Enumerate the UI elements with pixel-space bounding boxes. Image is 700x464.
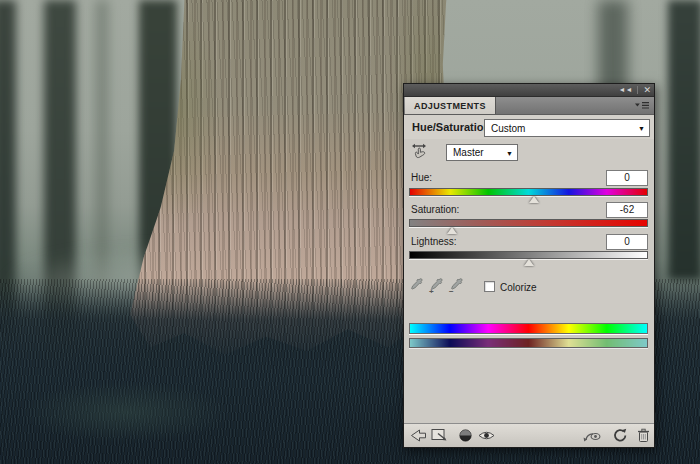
lightness-label: Lightness: xyxy=(411,236,457,247)
lightness-slider-track[interactable] xyxy=(409,251,648,259)
background-tree xyxy=(668,0,700,280)
titlebar-divider xyxy=(637,86,638,94)
panel-titlebar: ◄◄ ✕ xyxy=(404,84,654,97)
lightness-value-input[interactable]: 0 xyxy=(606,234,648,250)
collapse-panels-icon[interactable]: ◄◄ xyxy=(619,84,633,96)
hue-slider-track[interactable] xyxy=(409,188,648,196)
eyedropper-icon[interactable] xyxy=(410,277,426,295)
adjustments-panel: ◄◄ ✕ ADJUSTMENTS Hue/Saturation Custom ▼ xyxy=(403,83,655,448)
chevron-down-icon: ▼ xyxy=(638,125,645,132)
delete-adjustment-icon[interactable] xyxy=(637,428,650,443)
plus-glyph: + xyxy=(429,287,434,296)
saturation-slider-track[interactable] xyxy=(409,219,648,227)
subtract-from-sample-eyedropper-icon[interactable]: − xyxy=(450,277,466,295)
reset-adjustment-icon[interactable] xyxy=(612,428,627,443)
add-to-sample-eyedropper-icon[interactable]: + xyxy=(430,277,446,295)
colorize-label: Colorize xyxy=(500,282,537,293)
adjustment-header: Hue/Saturation Custom ▼ xyxy=(404,115,654,142)
hue-slider-thumb[interactable] xyxy=(529,196,539,203)
saturation-label: Saturation: xyxy=(411,204,459,215)
hue-label: Hue: xyxy=(411,172,432,183)
close-panel-icon[interactable]: ✕ xyxy=(643,84,651,96)
lightness-slider-thumb[interactable] xyxy=(524,259,534,266)
adjustment-controls: Master ▼ Hue: 0 Saturation: -62 Lightnes… xyxy=(404,139,654,424)
saturation-value-input[interactable]: -62 xyxy=(606,202,648,218)
saturation-slider-thumb[interactable] xyxy=(447,227,457,234)
adjustment-title: Hue/Saturation xyxy=(412,121,490,133)
channel-select-value: Master xyxy=(453,147,484,158)
panel-menu-icon[interactable] xyxy=(634,101,650,110)
hue-value-input[interactable]: 0 xyxy=(606,170,648,186)
colorize-checkbox[interactable] xyxy=(484,281,495,292)
switch-panel-view-icon[interactable] xyxy=(431,428,450,443)
panel-bottom-toolbar xyxy=(404,423,654,447)
visibility-eye-icon[interactable] xyxy=(478,430,495,441)
photoshop-canvas: ◄◄ ✕ ADJUSTMENTS Hue/Saturation Custom ▼ xyxy=(0,0,700,464)
minus-glyph: − xyxy=(449,287,454,296)
preset-select[interactable]: Custom ▼ xyxy=(484,119,650,137)
view-previous-state-icon[interactable] xyxy=(582,429,601,442)
preset-select-value: Custom xyxy=(491,123,525,134)
chevron-down-icon: ▼ xyxy=(506,149,513,156)
targeted-adjustment-tool-icon[interactable] xyxy=(410,142,430,161)
channel-select[interactable]: Master ▼ xyxy=(446,144,518,161)
return-to-adjustment-list-icon[interactable] xyxy=(410,428,427,443)
clip-to-layer-icon[interactable] xyxy=(458,428,473,443)
adjusted-hue-spectrum-bar xyxy=(409,338,648,348)
tab-adjustments[interactable]: ADJUSTMENTS xyxy=(405,97,496,114)
original-hue-spectrum-bar xyxy=(409,323,648,334)
panel-tabbar: ADJUSTMENTS xyxy=(404,97,654,115)
